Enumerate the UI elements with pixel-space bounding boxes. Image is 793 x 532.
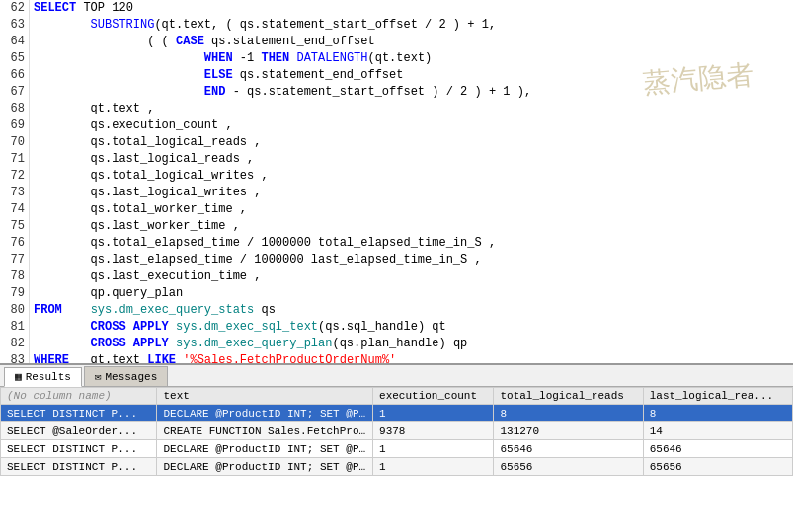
code-line-76: qs.total_elapsed_time / 1000000 total_el…: [30, 235, 793, 252]
code-line-81: CROSS APPLY sys.dm_exec_sql_text(qs.sql_…: [30, 319, 793, 336]
code-line-74: qs.total_worker_time ,: [30, 201, 793, 218]
cell-col1: SELECT DISTINCT P...: [1, 458, 157, 476]
code-line-66: ELSE qs.statement_end_offset: [30, 67, 793, 84]
table-header-row: (No column name) text execution_count to…: [1, 388, 793, 405]
table-row[interactable]: SELECT @SaleOrder... CREATE FUNCTION Sal…: [1, 422, 793, 440]
line-numbers: 62 63 64 65 66 67 68 69 70 71 72 73 74 7…: [0, 0, 30, 363]
results-area[interactable]: (No column name) text execution_count to…: [0, 387, 793, 510]
tab-messages[interactable]: ✉ Messages: [84, 366, 168, 386]
code-line-64: ( ( CASE qs.statement_end_offset: [30, 34, 793, 50]
table-row[interactable]: SELECT DISTINCT P... DECLARE @ProductID …: [1, 405, 793, 422]
code-line-69: qs.execution_count ,: [30, 117, 793, 134]
tab-messages-label: Messages: [105, 367, 157, 387]
col-header-total-logical: total_logical_reads: [494, 388, 643, 405]
cell-last: 65646: [643, 440, 792, 458]
code-line-65: WHEN -1 THEN DATALENGTH(qt.text): [30, 50, 793, 67]
col-header-text: text: [157, 388, 373, 405]
code-line-75: qs.last_worker_time ,: [30, 218, 793, 235]
cell-col1: SELECT @SaleOrder...: [1, 422, 157, 440]
code-line-71: qs.last_logical_reads ,: [30, 151, 793, 168]
tabs-bar: ▦ Results ✉ Messages: [0, 365, 793, 387]
cell-text: DECLARE @ProductID INT; SET @ProductID=8…: [157, 458, 373, 476]
cell-col1: SELECT DISTINCT P...: [1, 440, 157, 458]
cell-col1: SELECT DISTINCT P...: [1, 405, 157, 422]
cell-exec: 1: [373, 405, 494, 422]
code-line-63: SUBSTRING(qt.text, ( qs.statement_start_…: [30, 17, 793, 34]
cell-text: CREATE FUNCTION Sales.FetchProductOrderN…: [157, 422, 373, 440]
cell-exec: 9378: [373, 422, 494, 440]
code-line-62: SELECT TOP 120: [30, 0, 793, 17]
results-table: (No column name) text execution_count to…: [0, 387, 793, 476]
cell-exec: 1: [373, 458, 494, 476]
code-line-68: qt.text ,: [30, 101, 793, 117]
cell-last: 14: [643, 422, 792, 440]
code-content[interactable]: SELECT TOP 120 SUBSTRING(qt.text, ( qs.s…: [30, 0, 793, 363]
msg-icon: ✉: [95, 367, 102, 387]
cell-total: 65646: [494, 440, 643, 458]
table-row[interactable]: SELECT DISTINCT P... DECLARE @ProductID …: [1, 458, 793, 476]
code-line-82: CROSS APPLY sys.dm_exec_query_plan(qs.pl…: [30, 336, 793, 352]
code-line-67: END - qs.statement_start_offset ) / 2 ) …: [30, 84, 793, 101]
cell-total: 65656: [494, 458, 643, 476]
editor-container: 62 63 64 65 66 67 68 69 70 71 72 73 74 7…: [0, 0, 793, 365]
grid-icon: ▦: [15, 367, 22, 387]
col-header-last-logical: last_logical_rea...: [643, 388, 792, 405]
tab-results[interactable]: ▦ Results: [4, 367, 82, 387]
code-line-77: qs.last_elapsed_time / 1000000 last_elap…: [30, 252, 793, 268]
code-line-73: qs.last_logical_writes ,: [30, 185, 793, 201]
bottom-area: ▦ Results ✉ Messages (No column name) te…: [0, 365, 793, 510]
cell-text: DECLARE @ProductID INT; SET @ProductID=8…: [157, 440, 373, 458]
code-line-78: qs.last_execution_time ,: [30, 268, 793, 285]
cell-last: 8: [643, 405, 792, 422]
cell-total: 8: [494, 405, 643, 422]
code-line-70: qs.total_logical_reads ,: [30, 134, 793, 151]
cell-total: 131270: [494, 422, 643, 440]
col-header-no-col: (No column name): [1, 388, 157, 405]
cell-last: 65656: [643, 458, 792, 476]
code-line-83: WHERE qt.text LIKE '%Sales.FetchProductO…: [30, 352, 793, 363]
table-row[interactable]: SELECT DISTINCT P... DECLARE @ProductID …: [1, 440, 793, 458]
code-line-72: qs.total_logical_writes ,: [30, 168, 793, 185]
col-header-exec-count: execution_count: [373, 388, 494, 405]
cell-exec: 1: [373, 440, 494, 458]
tab-results-label: Results: [26, 367, 71, 387]
code-line-80: FROM sys.dm_exec_query_stats qs: [30, 302, 793, 319]
cell-text: DECLARE @ProductID INT; SET @ProductID=8…: [157, 405, 373, 422]
code-line-79: qp.query_plan: [30, 285, 793, 302]
